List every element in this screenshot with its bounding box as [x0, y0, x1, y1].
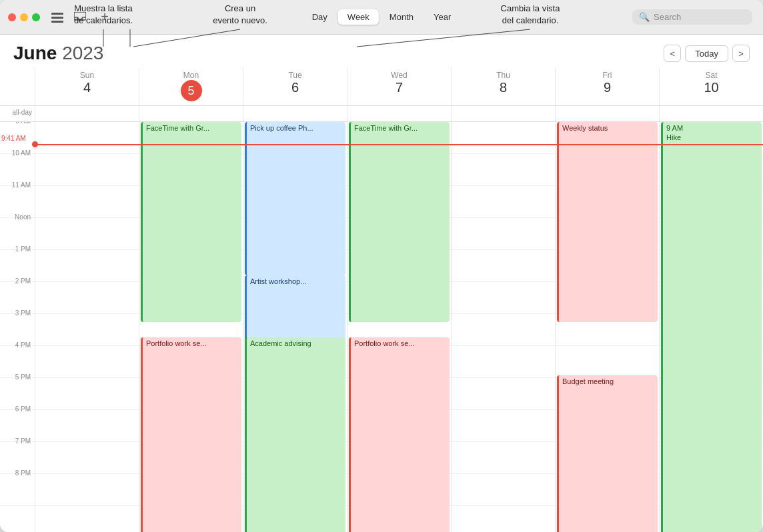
tab-day[interactable]: Day — [303, 9, 337, 25]
today-button[interactable]: Today — [685, 45, 728, 62]
hour-line — [452, 218, 555, 250]
time-grid: 9 AM10 AM11 AMNoon1 PM2 PM3 PM4 PM5 PM6 … — [0, 122, 763, 532]
calendar-list-icon[interactable] — [49, 9, 65, 25]
day-col-wed: FaceTime with Gr...Portfolio work se...P… — [347, 122, 451, 532]
add-event-button[interactable]: + — [97, 10, 112, 25]
time-label: 2 PM — [15, 277, 35, 285]
day-header-sun: Sun 4 — [35, 68, 139, 105]
calendar-event[interactable]: Academic advising — [245, 337, 345, 532]
hour-line — [452, 122, 555, 154]
calendar-window: Muestra la listade calendarios. Crea une… — [0, 0, 763, 532]
calendar-event[interactable]: Weekly status — [557, 122, 658, 322]
toolbar-icons: + — [49, 9, 112, 25]
hour-line — [452, 346, 555, 378]
allday-cell-tue — [243, 106, 347, 121]
hour-line — [452, 250, 555, 282]
time-label: Noon — [15, 213, 35, 221]
search-input[interactable] — [654, 12, 746, 22]
allday-row: all-day — [0, 106, 763, 122]
allday-label: all-day — [0, 106, 35, 121]
day-col-tue: Pick up coffee Ph...Artist workshop...Ac… — [243, 122, 347, 532]
day-col-sat: 9 AM Hike — [659, 122, 763, 532]
day-name: Wed — [391, 71, 407, 80]
calendar-event[interactable]: Pick up coffee Ph... — [245, 122, 345, 275]
allday-cell-mon — [139, 106, 243, 121]
time-label: 9 AM — [15, 122, 35, 125]
day-num: 10 — [660, 80, 763, 95]
hour-line — [452, 410, 555, 442]
allday-cell-wed — [347, 106, 451, 121]
traffic-lights — [8, 13, 40, 21]
day-num: 6 — [243, 80, 347, 95]
hour-line — [452, 474, 555, 506]
tab-month[interactable]: Month — [380, 9, 423, 25]
time-label: 5 PM — [15, 373, 35, 381]
day-name: Mon — [183, 71, 199, 80]
hour-line — [35, 218, 139, 250]
day-col-thu: 11 AM Stretching + weightsStudent Counci… — [451, 122, 555, 532]
time-label: 6 PM — [15, 405, 35, 413]
hour-line — [35, 186, 139, 218]
inbox-icon[interactable] — [72, 9, 88, 25]
day-name: Sat — [705, 71, 717, 80]
view-tabs: Day Week Month Year — [303, 9, 461, 25]
hour-line — [35, 442, 139, 474]
tab-year[interactable]: Year — [424, 9, 460, 25]
hour-line — [35, 122, 139, 154]
hour-line — [35, 282, 139, 314]
svg-rect-5 — [51, 17, 63, 19]
day-col-sun: 12 PM Book club — [35, 122, 139, 532]
calendar-event[interactable]: FaceTime with Gr... — [141, 122, 241, 322]
day-header-wed: Wed 7 — [347, 68, 451, 105]
time-labels-col: 9 AM10 AM11 AMNoon1 PM2 PM3 PM4 PM5 PM6 … — [0, 122, 35, 532]
day-header-sat: Sat 10 — [659, 68, 763, 105]
calendar-event[interactable]: Portfolio work se... — [141, 337, 241, 532]
maximize-button[interactable] — [32, 13, 40, 21]
prev-button[interactable]: < — [664, 45, 681, 62]
day-name: Tue — [288, 71, 301, 80]
time-label: 8 PM — [15, 469, 35, 477]
day-num: 7 — [347, 80, 451, 95]
next-button[interactable]: > — [732, 45, 750, 62]
svg-rect-4 — [51, 13, 63, 15]
hour-line — [35, 154, 139, 186]
day-num: 9 — [556, 80, 659, 95]
hour-line — [452, 186, 555, 218]
time-label: 7 PM — [15, 437, 35, 445]
hour-line — [35, 250, 139, 282]
hour-line — [35, 378, 139, 410]
day-name: Sun — [80, 71, 94, 80]
minimize-button[interactable] — [20, 13, 28, 21]
time-label: 3 PM — [15, 309, 35, 317]
close-button[interactable] — [8, 13, 16, 21]
hour-line — [452, 378, 555, 410]
hour-line — [556, 346, 659, 378]
search-icon: 🔍 — [639, 12, 650, 22]
day-col-mon: FaceTime with Gr...Portfolio work se...L… — [139, 122, 243, 532]
calendar-event[interactable]: FaceTime with Gr... — [349, 122, 450, 322]
allday-cell-thu — [451, 106, 555, 121]
allday-cell-fri — [555, 106, 659, 121]
allday-cell-sun — [35, 106, 139, 121]
day-header-mon: Mon 5 — [139, 68, 243, 105]
search-box[interactable]: 🔍 — [632, 9, 752, 25]
titlebar: + Day Week Month Year 🔍 — [0, 0, 763, 35]
calendar-event[interactable]: 9 AM Hike — [661, 122, 762, 532]
calendar-event[interactable]: Portfolio work se... — [349, 337, 450, 532]
hour-line — [452, 314, 555, 346]
time-label: 4 PM — [15, 341, 35, 349]
day-header-thu: Thu 8 — [451, 68, 555, 105]
svg-rect-6 — [51, 21, 63, 23]
cal-header: June 2023 < Today > — [0, 35, 763, 68]
hour-line — [35, 410, 139, 442]
hour-line — [452, 154, 555, 186]
day-num: 5 — [181, 80, 202, 101]
calendar-event[interactable]: Budget meeting — [557, 375, 658, 532]
tab-week[interactable]: Week — [338, 9, 379, 25]
time-label: 1 PM — [15, 245, 35, 253]
day-header-fri: Fri 9 — [555, 68, 659, 105]
day-num: 4 — [35, 80, 139, 95]
time-label: 11 AM — [12, 181, 35, 189]
allday-cell-sat — [659, 106, 763, 121]
day-header-tue: Tue 6 — [243, 68, 347, 105]
